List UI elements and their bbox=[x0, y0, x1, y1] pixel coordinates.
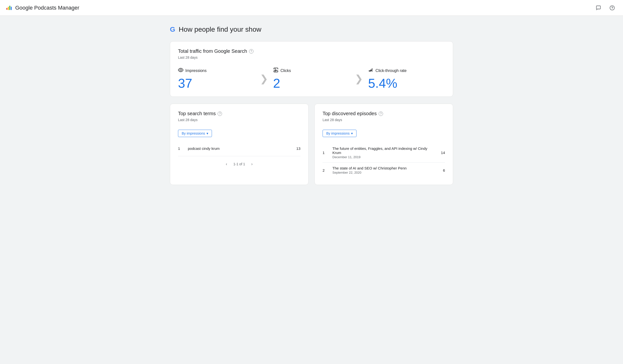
prev-page-button[interactable]: ‹ bbox=[222, 160, 230, 168]
episode-count-2: 6 bbox=[443, 168, 445, 172]
header: Google Podcasts Manager bbox=[0, 0, 623, 16]
item-term: podcast cindy krum bbox=[188, 146, 292, 151]
search-terms-sort-dropdown[interactable]: By impressions ▾ bbox=[178, 130, 212, 137]
help-button[interactable] bbox=[607, 3, 617, 13]
search-terms-card: Top search terms ? Last 28 days By impre… bbox=[170, 104, 309, 185]
stats-row: Impressions 37 ❯ Clicks 2 bbox=[178, 67, 445, 90]
traffic-card-subtitle: Last 28 days bbox=[178, 56, 445, 60]
podcasts-logo bbox=[6, 4, 13, 11]
episode-date-1: December 11, 2019 bbox=[333, 155, 437, 159]
google-g-logo: G bbox=[170, 25, 175, 33]
svg-rect-1 bbox=[8, 7, 9, 10]
ctr-label: Click-through rate bbox=[368, 67, 406, 74]
arrow-divider-1: ❯ bbox=[260, 74, 268, 83]
clicks-value: 2 bbox=[273, 77, 280, 90]
discovered-sort-dropdown[interactable]: By impressions ▾ bbox=[323, 130, 356, 137]
search-terms-title: Top search terms ? bbox=[178, 111, 300, 116]
discovered-episodes-card: Top discovered episodes ? Last 28 days B… bbox=[314, 104, 453, 185]
item-count: 13 bbox=[296, 146, 300, 151]
page-info: 1-1 of 1 bbox=[233, 162, 245, 166]
impressions-icon bbox=[178, 67, 183, 74]
search-terms-help-icon[interactable]: ? bbox=[218, 112, 222, 116]
search-terms-subtitle: Last 28 days bbox=[178, 118, 300, 122]
episode-date-2: September 22, 2020 bbox=[333, 171, 439, 174]
logo-icon bbox=[6, 4, 13, 11]
page-heading: G How people find your show bbox=[170, 25, 453, 33]
episode-count-1: 14 bbox=[441, 151, 445, 155]
episode-rank-1: 1 bbox=[323, 151, 329, 155]
discovered-title: Top discovered episodes ? bbox=[323, 111, 445, 116]
bottom-row: Top search terms ? Last 28 days By impre… bbox=[170, 104, 453, 185]
help-icon bbox=[609, 5, 615, 11]
item-rank: 1 bbox=[178, 146, 184, 151]
header-left: Google Podcasts Manager bbox=[6, 4, 79, 11]
feedback-button[interactable] bbox=[594, 3, 603, 13]
discovered-subtitle: Last 28 days bbox=[323, 118, 445, 122]
ctr-block: Click-through rate 5.4% bbox=[368, 67, 445, 90]
traffic-card: Total traffic from Google Search ? Last … bbox=[170, 41, 453, 97]
clicks-icon bbox=[273, 67, 279, 74]
episode-title-1: The future of entities, Fraggles, and AP… bbox=[333, 146, 437, 155]
impressions-label: Impressions bbox=[178, 67, 206, 74]
ctr-icon bbox=[368, 67, 374, 74]
episode-info-1: The future of entities, Fraggles, and AP… bbox=[333, 146, 437, 159]
impressions-value: 37 bbox=[178, 77, 192, 90]
svg-rect-3 bbox=[11, 7, 12, 10]
app-title: Google Podcasts Manager bbox=[15, 5, 79, 11]
impressions-block: Impressions 37 bbox=[178, 67, 255, 90]
arrow-divider-2: ❯ bbox=[355, 74, 363, 83]
dropdown-arrow-icon: ▾ bbox=[206, 131, 208, 135]
search-terms-list: 1 podcast cindy krum 13 bbox=[178, 143, 300, 154]
traffic-help-icon[interactable]: ? bbox=[249, 49, 253, 54]
clicks-label: Clicks bbox=[273, 67, 291, 74]
traffic-card-title: Total traffic from Google Search ? bbox=[178, 48, 445, 54]
svg-rect-4 bbox=[597, 6, 601, 9]
header-right bbox=[594, 3, 617, 13]
ctr-value: 5.4% bbox=[368, 77, 397, 90]
pagination: ‹ 1-1 of 1 › bbox=[178, 156, 300, 169]
svg-rect-2 bbox=[9, 6, 10, 10]
episode-rank-2: 2 bbox=[323, 168, 329, 172]
page-title: How people find your show bbox=[179, 25, 261, 33]
list-item: 2 The state of AI and SEO w/ Christopher… bbox=[323, 162, 445, 178]
discovered-help-icon[interactable]: ? bbox=[378, 112, 383, 116]
svg-rect-0 bbox=[6, 8, 7, 10]
clicks-block: Clicks 2 bbox=[273, 67, 350, 90]
dropdown-arrow-icon-2: ▾ bbox=[351, 131, 353, 135]
list-item: 1 The future of entities, Fraggles, and … bbox=[323, 143, 445, 162]
list-item: 1 podcast cindy krum 13 bbox=[178, 143, 300, 154]
episode-title-2: The state of AI and SEO w/ Christopher P… bbox=[333, 166, 439, 170]
next-page-button[interactable]: › bbox=[248, 160, 256, 168]
svg-point-7 bbox=[180, 69, 181, 71]
episode-info-2: The state of AI and SEO w/ Christopher P… bbox=[333, 166, 439, 174]
main-content: G How people find your show Total traffi… bbox=[164, 16, 459, 195]
feedback-icon bbox=[596, 5, 601, 11]
discovered-list: 1 The future of entities, Fraggles, and … bbox=[323, 143, 445, 178]
